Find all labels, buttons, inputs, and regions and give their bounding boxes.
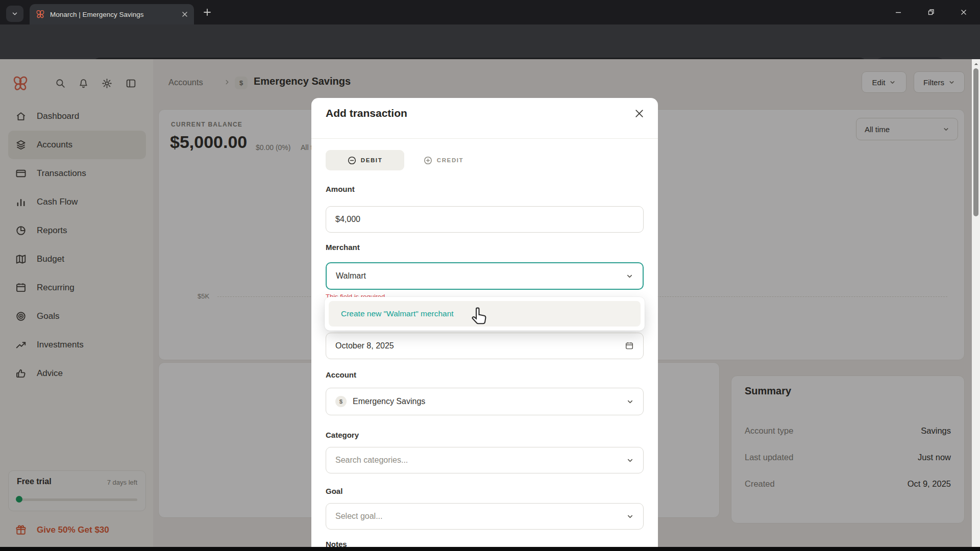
browser-tab-bar: Monarch | Emergency Savings — [0, 0, 980, 24]
merchant-value: Walmart — [336, 271, 366, 281]
monarch-favicon — [36, 10, 45, 19]
category-select[interactable]: Search categories... — [326, 447, 644, 473]
account-label: Account — [326, 370, 356, 379]
merchant-label: Merchant — [326, 243, 360, 252]
chevron-down-icon — [11, 10, 18, 17]
goal-select[interactable]: Select goal... — [326, 503, 644, 530]
window-minimize-button[interactable] — [882, 0, 915, 24]
goal-label: Goal — [326, 487, 342, 495]
tab-search-button[interactable] — [6, 6, 23, 22]
scroll-up-arrow-icon[interactable] — [972, 60, 980, 68]
screen: Monarch | Emergency Savings — [0, 0, 980, 551]
goal-placeholder: Select goal... — [335, 512, 383, 521]
chevron-down-icon — [626, 513, 634, 520]
date-input[interactable]: October 8, 2025 — [326, 333, 644, 359]
window-restore-button[interactable] — [915, 0, 947, 24]
amount-input[interactable]: $4,000 — [326, 206, 644, 233]
debit-credit-toggle: DEBIT CREDIT — [326, 150, 483, 170]
date-value: October 8, 2025 — [335, 341, 394, 350]
merchant-input[interactable]: Walmart — [326, 262, 644, 290]
chevron-down-icon — [626, 398, 634, 406]
chevron-down-icon — [626, 272, 633, 280]
mouse-cursor — [469, 305, 490, 327]
debit-label: DEBIT — [361, 157, 383, 163]
amount-label: Amount — [326, 185, 355, 193]
category-placeholder: Search categories... — [335, 456, 408, 465]
plus-circle-icon — [424, 156, 432, 165]
create-merchant-label: Create new "Walmart" merchant — [341, 309, 454, 318]
close-icon[interactable] — [634, 108, 645, 119]
new-tab-button[interactable] — [202, 7, 212, 17]
chevron-down-icon — [626, 457, 634, 464]
screen-bottom-strip — [0, 547, 980, 551]
amount-value: $4,000 — [335, 215, 360, 224]
browser-tab[interactable]: Monarch | Emergency Savings — [30, 4, 194, 24]
calendar-icon — [625, 341, 634, 350]
modal-title: Add transaction — [326, 107, 407, 119]
scrollbar-thumb[interactable] — [973, 68, 978, 216]
account-value: Emergency Savings — [353, 397, 425, 406]
account-select[interactable]: $ Emergency Savings — [326, 388, 644, 415]
window-controls — [882, 0, 980, 24]
category-label: Category — [326, 431, 359, 439]
browser-toolbar: app.monarchmoney.com/accounts/details/22… — [0, 24, 980, 59]
window-close-button[interactable] — [947, 0, 980, 24]
credit-tab[interactable]: CREDIT — [404, 150, 483, 170]
minus-circle-icon — [348, 156, 356, 165]
credit-label: CREDIT — [437, 157, 463, 163]
modal-divider — [311, 138, 658, 139]
tab-close-icon[interactable] — [182, 11, 188, 17]
page-scrollbar[interactable] — [972, 59, 980, 547]
account-dollar-badge: $ — [335, 396, 347, 407]
debit-tab[interactable]: DEBIT — [326, 150, 404, 170]
tab-title: Monarch | Emergency Savings — [50, 11, 178, 18]
